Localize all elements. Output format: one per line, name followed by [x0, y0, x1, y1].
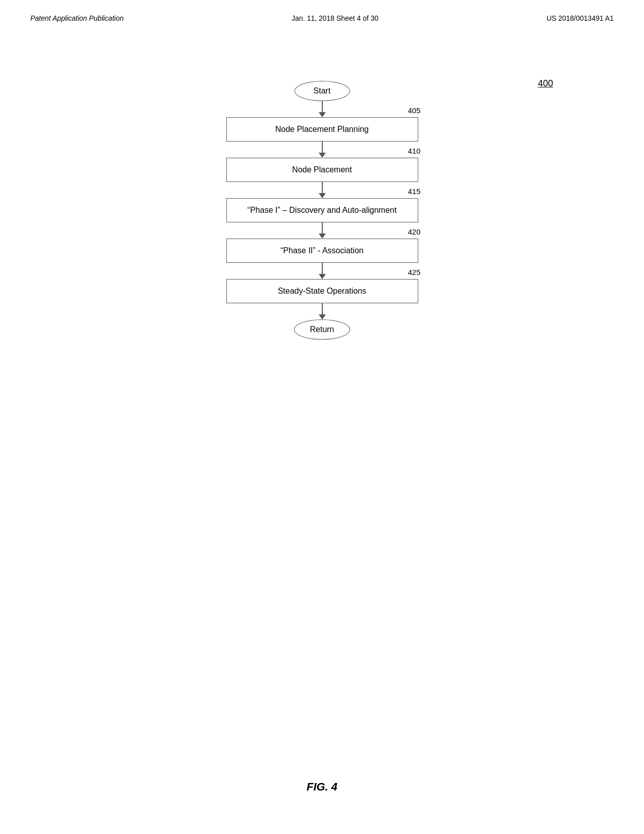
flowchart: Start 405 Node Placement Planning 410 No…: [196, 81, 449, 340]
step-420-wrapper: 420 “Phase II” - Association: [196, 239, 449, 263]
connector-3: [319, 182, 326, 198]
step-415-label: 415: [408, 187, 420, 196]
connector-4: [319, 222, 326, 239]
step-410-wrapper: 410 Node Placement: [196, 158, 449, 182]
start-node: Start: [294, 81, 350, 101]
step-415-wrapper: 415 “Phase I” – Discovery and Auto-align…: [196, 198, 449, 222]
connector-1: [319, 101, 326, 117]
step-425-node: Steady-State Operations: [226, 279, 418, 303]
figure-label: FIG. 4: [307, 780, 337, 794]
connector-6: [319, 303, 326, 319]
step-410-label: 410: [408, 147, 420, 155]
diagram-container: Start 405 Node Placement Planning 410 No…: [0, 81, 644, 340]
step-405-wrapper: 405 Node Placement Planning: [196, 117, 449, 142]
header-center: Jan. 11, 2018 Sheet 4 of 30: [291, 14, 378, 22]
step-420-node: “Phase II” - Association: [226, 239, 418, 263]
step-425-wrapper: 425 Steady-State Operations: [196, 279, 449, 303]
return-node: Return: [294, 319, 350, 340]
step-405-node: Node Placement Planning: [226, 117, 418, 142]
step-420-label: 420: [408, 227, 420, 236]
connector-5: [319, 263, 326, 279]
header-left: Patent Application Publication: [30, 14, 124, 22]
page-header: Patent Application Publication Jan. 11, …: [0, 0, 644, 22]
connector-2: [319, 142, 326, 158]
step-410-node: Node Placement: [226, 158, 418, 182]
step-415-node: “Phase I” – Discovery and Auto-alignment: [226, 198, 418, 222]
step-405-label: 405: [408, 106, 420, 115]
step-425-label: 425: [408, 268, 420, 276]
header-right: US 2018/0013491 A1: [547, 14, 614, 22]
